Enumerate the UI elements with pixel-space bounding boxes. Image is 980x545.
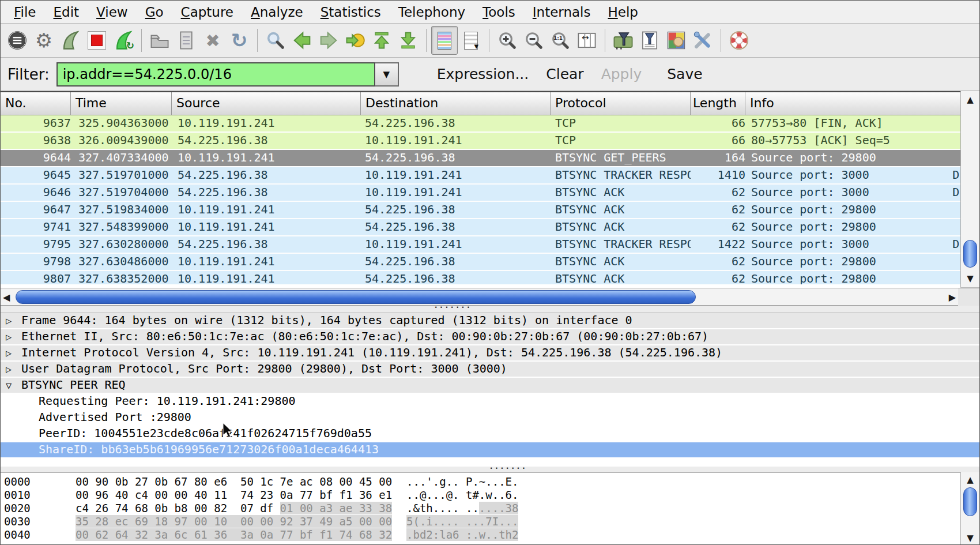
menu-telephony[interactable]: Telephony bbox=[390, 2, 474, 22]
open-file-button[interactable] bbox=[146, 26, 173, 55]
save-file-button[interactable] bbox=[173, 26, 199, 55]
menu-capture[interactable]: Capture bbox=[172, 2, 242, 22]
close-file-button[interactable]: ✖ bbox=[199, 26, 226, 55]
resize-columns-button[interactable]: ↔ bbox=[574, 26, 600, 55]
toolbar-separator bbox=[721, 29, 721, 52]
detail-row-peerid[interactable]: PeerID: 1004551e23cde8c06af241f02624715f… bbox=[1, 426, 980, 442]
goto-first-button[interactable] bbox=[368, 26, 395, 55]
detail-row-udp[interactable]: ▷User Datagram Protocol, Src Port: 29800… bbox=[1, 362, 980, 378]
hex-row-0000[interactable]: 000000 90 0b 27 0b 67 80 e6 50 1c 7e ac … bbox=[1, 475, 962, 488]
packet-list-vscrollbar[interactable]: ▲ ▼ bbox=[960, 91, 979, 288]
help-button[interactable] bbox=[726, 26, 752, 55]
detail-row-shareid-selected[interactable]: ShareID: bb63eb5b61969956e71273026f00a1d… bbox=[1, 442, 980, 458]
packet-row-9795[interactable]: 9795327.63028000054.225.196.3810.119.191… bbox=[1, 236, 980, 254]
scroll-down-icon[interactable]: ▼ bbox=[961, 273, 979, 284]
pane-splitter-top[interactable]: ······· bbox=[1, 306, 980, 313]
coloring-rules-button[interactable] bbox=[663, 26, 689, 55]
detail-row-advertised-port[interactable]: Advertised Port :29800 bbox=[1, 410, 980, 426]
menu-tools[interactable]: Tools bbox=[474, 2, 524, 22]
hex-row-0040[interactable]: 004000 62 64 32 3a 6c 61 36 3a 0a 77 bf … bbox=[1, 528, 962, 542]
shark-fin-icon bbox=[61, 31, 80, 50]
apply-button[interactable]: Apply bbox=[601, 66, 642, 82]
hscroll-thumb[interactable] bbox=[16, 290, 696, 304]
packet-row-9798[interactable]: 9798327.63048600010.119.191.24154.225.19… bbox=[1, 254, 980, 271]
packet-row-9644-selected[interactable]: 9644327.40733400010.119.191.24154.225.19… bbox=[1, 150, 980, 167]
capture-options-button[interactable]: ⚙ bbox=[31, 26, 57, 55]
vscroll-thumb[interactable] bbox=[963, 487, 977, 516]
stop-capture-button[interactable] bbox=[84, 26, 110, 55]
detail-row-ip[interactable]: ▷Internet Protocol Version 4, Src: 10.11… bbox=[1, 345, 980, 362]
go-back-button[interactable] bbox=[289, 26, 315, 55]
capture-filter-icon bbox=[613, 31, 634, 50]
column-header-source[interactable]: Source bbox=[172, 92, 361, 115]
menu-edit[interactable]: Edit bbox=[45, 2, 88, 22]
column-header-length[interactable]: Length bbox=[691, 92, 745, 115]
zoom-in-button[interactable] bbox=[494, 26, 521, 55]
colorize-icon bbox=[438, 32, 451, 50]
scroll-down-icon[interactable]: ▼ bbox=[961, 533, 979, 543]
packet-row-9807[interactable]: 9807327.63835200010.119.191.24154.225.19… bbox=[1, 271, 980, 284]
arrow-left-icon bbox=[293, 31, 311, 50]
column-header-destination[interactable]: Destination bbox=[361, 92, 551, 115]
expander-collapsed-icon[interactable]: ▷ bbox=[6, 362, 12, 377]
start-capture-button[interactable] bbox=[57, 26, 84, 55]
expression-button[interactable]: Expression... bbox=[437, 66, 529, 82]
go-forward-button[interactable] bbox=[315, 26, 342, 55]
scroll-left-icon[interactable]: ◀ bbox=[3, 292, 10, 303]
expander-collapsed-icon[interactable]: ▷ bbox=[6, 314, 12, 328]
hex-vscrollbar[interactable]: ▲ ▼ bbox=[960, 472, 979, 545]
packet-row-9637[interactable]: 9637325.90436300010.119.191.24154.225.19… bbox=[1, 115, 980, 133]
detail-row-ethernet[interactable]: ▷Ethernet II, Src: 80:e6:50:1c:7e:ac (80… bbox=[1, 329, 980, 345]
menu-analyze[interactable]: Analyze bbox=[242, 2, 312, 22]
packet-row-9646[interactable]: 9646327.51970400054.225.196.3810.119.191… bbox=[1, 185, 980, 202]
reload-button[interactable]: ↻ bbox=[226, 26, 252, 55]
scroll-up-icon[interactable]: ▲ bbox=[961, 95, 979, 105]
auto-scroll-button[interactable]: ▾ bbox=[458, 26, 484, 55]
column-header-time[interactable]: Time bbox=[71, 92, 172, 115]
packet-row-9645[interactable]: 9645327.51970100054.225.196.3810.119.191… bbox=[1, 167, 980, 185]
menu-help[interactable]: Help bbox=[599, 2, 646, 22]
hex-row-0030[interactable]: 003035 28 ec 69 18 97 00 10 00 00 92 37 … bbox=[1, 515, 962, 528]
save-button[interactable]: Save bbox=[667, 66, 702, 82]
interfaces-button[interactable] bbox=[4, 26, 31, 55]
detail-row-requesting-peer[interactable]: Requesting Peer: 10.119.191.241:29800 bbox=[1, 394, 980, 410]
menu-view[interactable]: View bbox=[88, 2, 137, 22]
expander-collapsed-icon[interactable]: ▷ bbox=[6, 346, 12, 360]
menu-internals[interactable]: Internals bbox=[524, 2, 600, 22]
filter-dropdown-button[interactable]: ▼ bbox=[375, 62, 399, 87]
restart-capture-button[interactable]: ↻ bbox=[110, 26, 137, 55]
goto-packet-button[interactable] bbox=[342, 26, 368, 55]
column-header-no[interactable]: No. bbox=[1, 92, 71, 115]
menu-go[interactable]: Go bbox=[137, 2, 172, 22]
packet-row-9741[interactable]: 9741327.54839900010.119.191.24154.225.19… bbox=[1, 219, 980, 236]
wireshark-window: File Edit View Go Capture Analyze Statis… bbox=[0, 0, 980, 545]
packet-row-9638[interactable]: 9638326.00943900054.225.196.3810.119.191… bbox=[1, 133, 980, 150]
menu-statistics[interactable]: Statistics bbox=[312, 2, 390, 22]
expander-expanded-icon[interactable]: ▽ bbox=[6, 378, 12, 393]
zoom-out-button[interactable] bbox=[521, 26, 547, 55]
column-header-info[interactable]: Info bbox=[745, 92, 980, 115]
packet-list-hscrollbar[interactable]: ◀ ▶ bbox=[1, 288, 959, 306]
hex-row-0010[interactable]: 001000 96 40 c4 00 00 40 11 74 23 0a 77 … bbox=[1, 488, 962, 502]
packet-row-9647[interactable]: 9647327.51983400010.119.191.24154.225.19… bbox=[1, 202, 980, 219]
toolbar-separator bbox=[257, 29, 258, 52]
menu-file[interactable]: File bbox=[5, 2, 45, 22]
toolbar-separator bbox=[605, 29, 605, 52]
filter-input[interactable] bbox=[56, 62, 375, 87]
column-header-protocol[interactable]: Protocol bbox=[551, 92, 691, 115]
display-filter-button[interactable] bbox=[636, 26, 663, 55]
scroll-right-icon[interactable]: ▶ bbox=[949, 292, 956, 303]
expander-collapsed-icon[interactable]: ▷ bbox=[6, 330, 12, 344]
zoom-100-button[interactable]: 1:1 bbox=[547, 26, 574, 55]
colorize-button[interactable] bbox=[431, 26, 458, 55]
vscroll-thumb[interactable] bbox=[963, 240, 977, 268]
goto-last-button[interactable] bbox=[395, 26, 421, 55]
hex-row-0020[interactable]: 0020c4 26 74 68 0b b8 00 82 07 df 01 00 … bbox=[1, 502, 962, 515]
preferences-button[interactable] bbox=[689, 26, 716, 55]
scroll-up-icon[interactable]: ▲ bbox=[961, 475, 979, 485]
detail-row-btsync[interactable]: ▽BTSYNC PEER REQ bbox=[1, 378, 980, 394]
clear-button[interactable]: Clear bbox=[546, 66, 583, 82]
find-packet-button[interactable] bbox=[262, 26, 289, 55]
capture-filter-button[interactable] bbox=[610, 26, 636, 55]
detail-row-frame[interactable]: ▷Frame 9644: 164 bytes on wire (1312 bit… bbox=[1, 313, 980, 329]
